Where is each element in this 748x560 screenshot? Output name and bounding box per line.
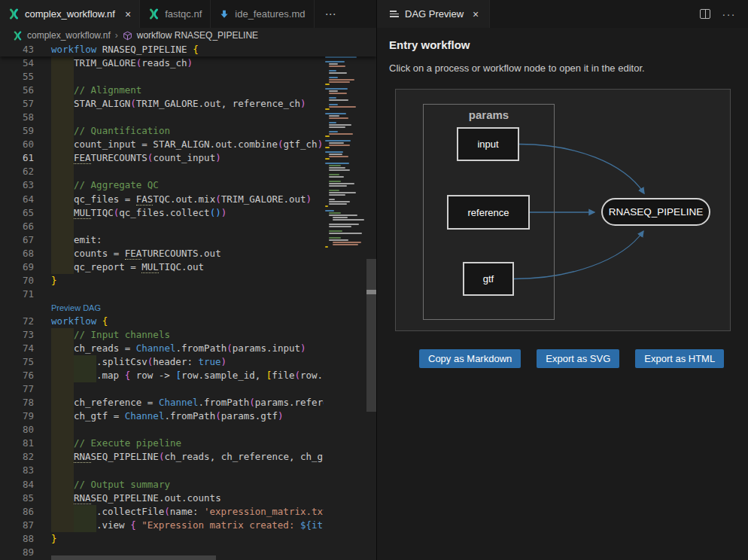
tab-label: DAG Preview	[405, 8, 464, 20]
more-actions-icon[interactable]: ···	[722, 8, 737, 20]
line-number: 83	[0, 464, 51, 477]
code-line[interactable]: 75.splitCsv(header: true)	[0, 355, 376, 369]
indent-guide-band	[51, 165, 74, 178]
code-line[interactable]: 65MULTIQC(qc_files.collect())	[0, 206, 376, 220]
line-number: 75	[0, 355, 51, 369]
line-number: 80	[0, 423, 51, 437]
copy-as-markdown-button[interactable]: Copy as Markdown	[419, 349, 521, 368]
vertical-scrollbar[interactable]	[366, 43, 376, 560]
code-editor[interactable]: 43workflow RNASEQ_PIPELINE { 54TRIM_GALO…	[0, 43, 376, 560]
code-line[interactable]: 85RNASEQ_PIPELINE.out.counts	[0, 492, 376, 505]
code-line[interactable]: 68counts = FEATURECOUNTS.out	[0, 247, 376, 260]
minimap-line	[329, 156, 348, 157]
code-line[interactable]: 55	[0, 70, 376, 84]
code-line[interactable]: 88}	[0, 532, 376, 546]
minimap-line	[329, 233, 362, 234]
markdown-down-arrow-icon	[219, 9, 230, 20]
code-line[interactable]: 81// Execute pipeline	[0, 437, 376, 450]
code-line[interactable]: 76.map { row -> [row.sample_id, [file(ro…	[0, 369, 376, 382]
dag-preview-panel: DAG Preview × ··· Entry workflow Click o…	[376, 0, 748, 560]
minimap-line	[329, 81, 350, 83]
dag-node-reference[interactable]: reference	[447, 195, 530, 230]
minimap-line	[329, 192, 356, 193]
export-as-html-button[interactable]: Export as HTML	[635, 349, 724, 368]
code-line[interactable]: 61FEATURECOUNTS(count_input)	[0, 151, 376, 165]
editor-group: complex_workflow.nf × fastqc.nf ide_feat…	[0, 0, 376, 560]
code-line[interactable]: 87.view { "Expression matrix created: ${…	[0, 519, 376, 532]
code-line[interactable]: 59// Quantification	[0, 124, 376, 138]
code-line[interactable]: 86.collectFile(name: 'expression_matrix.…	[0, 505, 376, 519]
code-line[interactable]: 64qc_files = FASTQC.out.mix(TRIM_GALORE.…	[0, 193, 376, 206]
code-line[interactable]: 60count_input = STAR_ALIGN.out.combine(g…	[0, 138, 376, 151]
code-line[interactable]: 82RNASEQ_PIPELINE(ch_reads, ch_reference…	[0, 450, 376, 464]
tab-dag-preview[interactable]: DAG Preview ×	[377, 0, 490, 28]
code-line[interactable]: 62	[0, 165, 376, 178]
tab-close-icon[interactable]: ×	[125, 9, 131, 20]
code-line[interactable]: 69qc_report = MULTIQC.out	[0, 260, 376, 274]
horizontal-scrollbar[interactable]	[51, 555, 216, 560]
code-line[interactable]: 70}	[0, 274, 376, 288]
code-line[interactable]: 57STAR_ALIGN(TRIM_GALORE.out, reference_…	[0, 97, 376, 111]
code-line[interactable]: 80	[0, 423, 376, 437]
code-line[interactable]: 72workflow {	[0, 315, 376, 328]
code-text: workflow RNASEQ_PIPELINE {	[51, 43, 376, 56]
line-number: 63	[0, 178, 51, 192]
minimap[interactable]	[324, 43, 366, 560]
minimap-line	[325, 88, 348, 90]
line-number: 43	[0, 43, 51, 56]
minimap-line	[325, 84, 330, 85]
code-line[interactable]: 77	[0, 382, 376, 396]
line-number: 73	[0, 328, 51, 342]
code-line[interactable]: 58	[0, 111, 376, 124]
export-buttons: Copy as Markdown Export as SVG Export as…	[419, 349, 724, 368]
dag-node-gtf[interactable]: gtf	[463, 262, 514, 296]
minimap-line	[329, 142, 344, 144]
minimap-line	[329, 194, 345, 196]
code-line[interactable]: 54TRIM_GALORE(reads_ch)	[0, 56, 376, 70]
minimap-line	[329, 224, 359, 225]
dag-node-input[interactable]: input	[457, 127, 519, 161]
export-as-svg-button[interactable]: Export as SVG	[537, 349, 619, 368]
entry-workflow-subtitle: Click on a process or workflow node to o…	[389, 62, 645, 74]
code-line[interactable]: 56// Alignment	[0, 84, 376, 97]
params-cluster-label: params	[424, 108, 554, 121]
code-line[interactable]: 79ch_gtf = Channel.fromPath(params.gtf)	[0, 409, 376, 423]
code-line[interactable]: 67emit:	[0, 233, 376, 247]
breadcrumb[interactable]: complex_workflow.nf › workflow RNASEQ_PI…	[0, 28, 376, 43]
line-number: 64	[0, 193, 51, 206]
minimap-line	[325, 135, 330, 137]
minimap-line	[329, 237, 341, 239]
minimap-line	[329, 126, 345, 128]
minimap-line	[329, 203, 347, 205]
breadcrumb-symbol[interactable]: workflow RNASEQ_PIPELINE	[137, 30, 258, 41]
minimap-line	[329, 104, 338, 105]
breadcrumb-file[interactable]: complex_workflow.nf	[27, 30, 111, 41]
vertical-scrollbar-slider[interactable]	[366, 259, 376, 412]
tab-overflow-icon[interactable]: ⋯	[325, 8, 337, 21]
dag-node-rnaseq-pipeline[interactable]: RNASEQ_PIPELINE	[601, 198, 710, 226]
code-line[interactable]: 66	[0, 220, 376, 233]
tab-label: fastqc.nf	[165, 8, 202, 20]
code-line[interactable]: 73// Input channels	[0, 328, 376, 342]
minimap-line	[329, 79, 354, 81]
tab-complex-workflow[interactable]: complex_workflow.nf ×	[0, 0, 140, 28]
code-line[interactable]: 78ch_reference = Channel.fromPath(params…	[0, 396, 376, 409]
tab-ide-features[interactable]: ide_features.md	[211, 0, 314, 28]
codelens-preview-dag[interactable]: Preview DAG	[0, 301, 376, 315]
panel-tab-bar: DAG Preview × ···	[377, 0, 748, 28]
symbol-cube-icon	[123, 31, 132, 41]
sticky-scroll-line[interactable]: 43workflow RNASEQ_PIPELINE {	[0, 43, 376, 56]
code-line[interactable]: 83	[0, 464, 376, 477]
line-number: 70	[0, 274, 51, 288]
minimap-line	[329, 167, 345, 169]
code-line[interactable]: 63// Aggregate QC	[0, 178, 376, 192]
code-line[interactable]: 84// Output summary	[0, 478, 376, 492]
tab-close-icon[interactable]: ×	[473, 8, 479, 20]
minimap-line	[329, 230, 342, 232]
code-line[interactable]: 71	[0, 288, 376, 301]
code-line[interactable]: 74ch_reads = Channel.fromPath(params.inp…	[0, 342, 376, 355]
line-number: 60	[0, 138, 51, 151]
split-editor-icon[interactable]	[700, 9, 710, 19]
tab-fastqc[interactable]: fastqc.nf	[140, 0, 211, 28]
code-line[interactable]: 43workflow RNASEQ_PIPELINE {	[0, 43, 376, 56]
